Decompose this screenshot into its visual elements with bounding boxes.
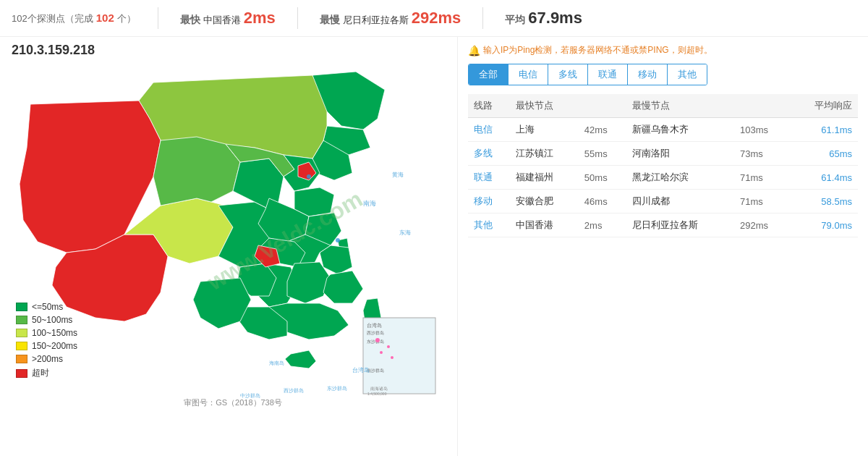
svg-text:西沙群岛: 西沙群岛 (367, 331, 384, 335)
svg-text:东沙群岛: 东沙群岛 (327, 386, 347, 392)
cell-slowest-ms-2: 71ms (734, 166, 789, 190)
svg-point-4 (375, 338, 380, 342)
filter-tab-其他[interactable]: 其他 (668, 64, 707, 85)
divider-2 (297, 7, 298, 29)
slowest-label: 最慢 (320, 14, 340, 27)
col-fastest-ms (579, 94, 626, 118)
legend-item-2: 100~150ms (16, 328, 77, 338)
legend-item-5: 超时 (16, 367, 77, 379)
cell-isp-3[interactable]: 移动 (468, 190, 510, 214)
cell-isp-2[interactable]: 联通 (468, 166, 510, 190)
cell-slowest-loc-2: 黑龙江哈尔滨 (626, 166, 734, 190)
cell-slowest-loc-1: 河南洛阳 (626, 142, 734, 166)
table-header-row: 线路 最快节点 最慢节点 平均响应 (468, 94, 858, 118)
filter-tab-联通[interactable]: 联通 (588, 64, 628, 85)
legend-color-1 (16, 316, 27, 324)
svg-text:1:4,500,000: 1:4,500,000 (367, 392, 387, 396)
table-row: 移动 安徽合肥 46ms 四川成都 71ms 58.5ms (468, 190, 858, 214)
map-area: 210.3.159.218 www.Veldc.com (0, 37, 457, 456)
cell-slowest-loc-0: 新疆乌鲁木齐 (626, 118, 734, 142)
probe-count-value: 102 (96, 12, 114, 24)
svg-text:东海: 东海 (399, 229, 411, 236)
filter-tab-移动[interactable]: 移动 (628, 64, 668, 85)
legend-color-2 (16, 329, 27, 337)
main-content: 210.3.159.218 www.Veldc.com (0, 37, 868, 456)
legend-item-0: <=50ms (16, 302, 77, 312)
cell-fastest-ms-4: 2ms (579, 214, 626, 237)
cell-slowest-ms-0: 103ms (734, 118, 789, 142)
cell-fastest-loc-1: 江苏镇江 (510, 142, 579, 166)
avg-value: 67.9ms (528, 9, 582, 28)
svg-point-19 (336, 238, 340, 242)
svg-text:黄海: 黄海 (392, 172, 404, 178)
legend-color-4 (16, 355, 27, 363)
cell-slowest-ms-4: 292ms (734, 214, 789, 237)
col-slowest-ms (734, 94, 789, 118)
legend-color-0 (16, 303, 27, 311)
probe-count-group: 102个探测点（完成 102 个） (12, 12, 136, 25)
svg-text:南海诸岛: 南海诸岛 (370, 387, 388, 391)
data-table: 线路 最快节点 最慢节点 平均响应 电信 上海 42ms 新疆乌鲁木齐 103m… (468, 94, 858, 237)
cell-slowest-ms-1: 73ms (734, 142, 789, 166)
table-row: 电信 上海 42ms 新疆乌鲁木齐 103ms 61.1ms (468, 118, 858, 142)
notice-bar: 🔔 输入IP为Ping检测，若服务器网络不通或禁PING，则超时。 (468, 44, 858, 56)
filter-tab-多线[interactable]: 多线 (548, 64, 588, 85)
cell-fastest-loc-2: 福建福州 (510, 166, 579, 190)
cell-avg-3: 58.5ms (789, 190, 858, 214)
filter-tab-电信[interactable]: 电信 (509, 64, 548, 85)
svg-text:台湾岛: 台湾岛 (367, 323, 382, 328)
filter-tab-全部[interactable]: 全部 (469, 64, 509, 85)
cell-fastest-ms-1: 55ms (579, 142, 626, 166)
cell-isp-1[interactable]: 多线 (468, 142, 510, 166)
legend-label-1: 50~100ms (32, 315, 72, 325)
legend-color-3 (16, 342, 27, 350)
col-avg: 平均响应 (789, 94, 858, 118)
notice-text: 输入IP为Ping检测，若服务器网络不通或禁PING，则超时。 (483, 44, 712, 56)
svg-text:台湾岛: 台湾岛 (352, 367, 370, 373)
cell-slowest-loc-3: 四川成都 (626, 190, 734, 214)
avg-label: 平均 (505, 14, 525, 27)
notice-icon: 🔔 (468, 45, 480, 56)
col-slowest-node: 最慢节点 (626, 94, 734, 118)
svg-text:海南岛: 海南岛 (269, 360, 284, 366)
col-fastest-node: 最快节点 (510, 94, 579, 118)
svg-rect-0 (363, 318, 435, 394)
cell-isp-0[interactable]: 电信 (468, 118, 510, 142)
avg-group: 平均 67.9ms (505, 9, 582, 28)
svg-point-20 (307, 174, 311, 179)
top-stats-bar: 102个探测点（完成 102 个） 最快 中国香港 2ms 最慢 尼日利亚拉各斯… (0, 0, 868, 37)
filter-tabs: 全部电信多线联通移动其他 (468, 64, 707, 85)
divider-1 (158, 7, 158, 29)
svg-point-5 (387, 345, 390, 348)
svg-text:东沙群岛: 东沙群岛 (367, 339, 384, 344)
table-row: 多线 江苏镇江 55ms 河南洛阳 73ms 65ms (468, 142, 858, 166)
legend-label-5: 超时 (32, 367, 49, 379)
cell-isp-4[interactable]: 其他 (468, 214, 510, 237)
legend-item-3: 150~200ms (16, 341, 77, 351)
cell-fastest-ms-2: 50ms (579, 166, 626, 190)
legend-label-0: <=50ms (32, 302, 63, 312)
cell-avg-0: 61.1ms (789, 118, 858, 142)
fastest-location: 中国香港 (203, 14, 241, 27)
divider-3 (482, 7, 483, 29)
slowest-value: 292ms (412, 9, 461, 28)
fastest-label: 最快 (180, 14, 200, 27)
probe-count-suffix: 个） (117, 12, 136, 25)
cell-slowest-loc-4: 尼日利亚拉各斯 (626, 214, 734, 237)
fastest-value: 2ms (244, 9, 276, 28)
table-row: 其他 中国香港 2ms 尼日利亚拉各斯 292ms 79.0ms (468, 214, 858, 237)
fastest-group: 最快 中国香港 2ms (180, 9, 276, 28)
cell-fastest-loc-0: 上海 (510, 118, 579, 142)
cell-slowest-ms-3: 71ms (734, 190, 789, 214)
map-container: www.Veldc.com (9, 61, 457, 415)
cell-fastest-loc-3: 安徽合肥 (510, 190, 579, 214)
cell-avg-4: 79.0ms (789, 214, 858, 237)
right-panel: 🔔 输入IP为Ping检测，若服务器网络不通或禁PING，则超时。 全部电信多线… (457, 37, 868, 456)
slowest-location: 尼日利亚拉各斯 (343, 14, 409, 27)
col-isp: 线路 (468, 94, 510, 118)
cell-fastest-ms-3: 46ms (579, 190, 626, 214)
slowest-group: 最慢 尼日利亚拉各斯 292ms (320, 9, 461, 28)
cell-avg-1: 65ms (789, 142, 858, 166)
cell-avg-2: 61.4ms (789, 166, 858, 190)
legend-label-3: 150~200ms (32, 341, 77, 351)
